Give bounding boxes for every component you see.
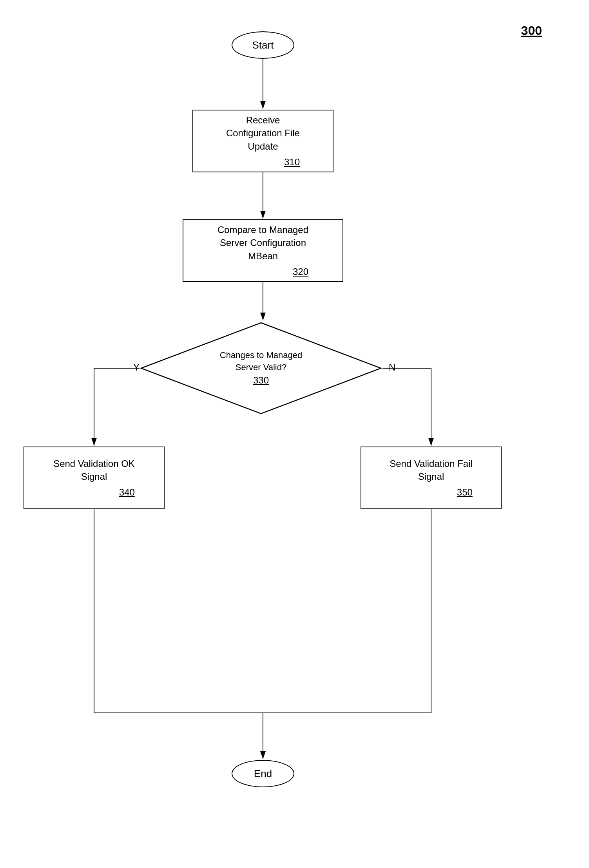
step-350-box: Send Validation FailSignal 350 xyxy=(361,447,502,509)
branch-y-label: Y xyxy=(133,362,140,373)
end-label: End xyxy=(254,768,272,780)
step-330-number: 330 xyxy=(253,375,269,385)
branch-n-label: N xyxy=(389,362,395,373)
step-340-label: Send Validation OKSignal xyxy=(53,457,135,483)
step-350-label: Send Validation FailSignal xyxy=(390,457,473,483)
step-350-number: 350 xyxy=(390,486,473,499)
step-330-text: Changes to ManagedServer Valid? 330 xyxy=(220,349,302,387)
step-330-diamond: Changes to ManagedServer Valid? 330 xyxy=(140,321,382,415)
step-340-box: Send Validation OKSignal 340 xyxy=(24,447,165,509)
step-310-label: ReceiveConfiguration FileUpdate xyxy=(226,114,300,153)
flowchart-diagram: 300 Start ReceiveConfiguration FileUpdat… xyxy=(0,0,589,868)
end-oval: End xyxy=(232,760,294,787)
step-340-number: 340 xyxy=(53,486,135,499)
step-320-box: Compare to ManagedServer ConfigurationMB… xyxy=(183,219,343,282)
step-320-label: Compare to ManagedServer ConfigurationMB… xyxy=(217,223,308,263)
start-label: Start xyxy=(252,39,274,51)
diagram-number: 300 xyxy=(521,24,542,38)
start-oval: Start xyxy=(232,31,294,59)
step-310-number: 310 xyxy=(226,156,300,169)
step-310-box: ReceiveConfiguration FileUpdate 310 xyxy=(192,110,333,172)
step-320-number: 320 xyxy=(217,265,308,278)
